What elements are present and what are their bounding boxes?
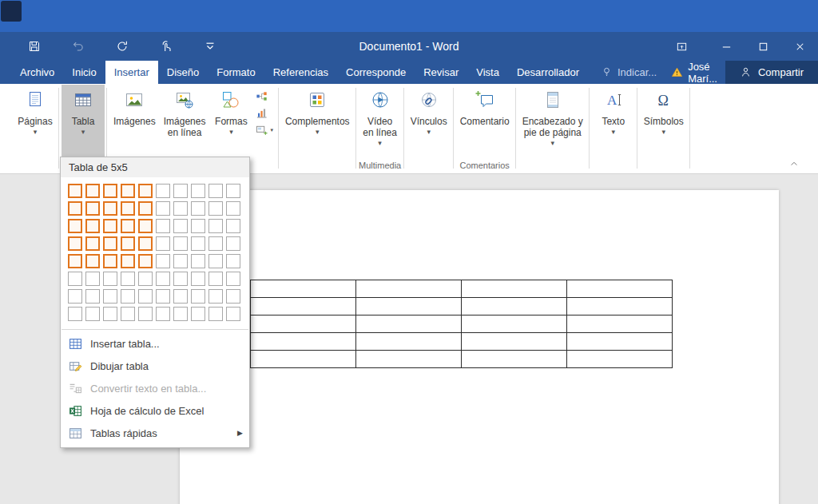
tab-diseño[interactable]: Diseño — [158, 61, 208, 84]
table-grid-cell-6x10[interactable] — [226, 272, 240, 286]
close-button[interactable] — [781, 32, 818, 61]
menu-item-dibujar-tabla[interactable]: Dibujar tabla — [61, 355, 249, 377]
customize-quick-access-button[interactable] — [203, 39, 217, 54]
table-grid-cell-2x10[interactable] — [226, 201, 240, 216]
table-grid-cell-4x5[interactable] — [138, 236, 153, 251]
table-grid-cell-1x3[interactable] — [103, 184, 117, 198]
table-grid-cell-3x4[interactable] — [121, 219, 135, 233]
ribbon-button-imagenes-en-linea[interactable]: Imágenesen línea — [160, 85, 210, 160]
table-grid-cell-5x4[interactable] — [121, 254, 135, 268]
ribbon-button-encabezado-y-pie-de-pagina[interactable]: Encabezado ypie de página▾ — [518, 85, 587, 160]
table-grid-cell-8x10[interactable] — [226, 307, 240, 321]
table-grid-cell-7x3[interactable] — [103, 289, 117, 304]
table-grid-cell-4x3[interactable] — [103, 236, 117, 251]
collapse-ribbon-button[interactable] — [789, 159, 799, 169]
table-grid-cell-5x1[interactable] — [68, 254, 82, 268]
table-grid-cell-2x5[interactable] — [138, 201, 153, 216]
table-grid-cell-8x4[interactable] — [121, 307, 135, 321]
table-grid-cell-6x1[interactable] — [68, 272, 82, 286]
table-grid-cell-5x6[interactable] — [156, 254, 170, 268]
screenshot-button[interactable]: ▾ — [256, 124, 273, 136]
maximize-button[interactable] — [745, 32, 781, 61]
table-grid-cell-1x6[interactable] — [156, 184, 170, 198]
ribbon-button-formas[interactable]: Formas▾ — [209, 85, 252, 160]
table-grid-cell-7x8[interactable] — [191, 289, 205, 304]
save-button[interactable] — [27, 39, 42, 54]
ribbon-button-paginas[interactable]: Páginas▾ — [14, 85, 57, 160]
table-grid-cell-8x3[interactable] — [103, 307, 117, 321]
table-grid-cell-3x8[interactable] — [191, 219, 205, 233]
ribbon-button-video-en-linea[interactable]: Vídeoen línea▾ — [359, 85, 402, 160]
table-grid-cell-2x6[interactable] — [156, 201, 170, 216]
table-grid-cell-5x7[interactable] — [173, 254, 188, 268]
table-grid-cell-3x1[interactable] — [68, 219, 82, 233]
table-grid-cell-4x10[interactable] — [226, 236, 240, 251]
table-grid-cell-8x5[interactable] — [138, 307, 153, 321]
table-grid-cell-4x1[interactable] — [68, 236, 82, 251]
table-grid-cell-4x8[interactable] — [191, 236, 205, 251]
touch-mouse-mode-button[interactable] — [159, 39, 173, 54]
table-grid-cell-6x4[interactable] — [121, 272, 135, 286]
table-grid-cell-2x4[interactable] — [121, 201, 135, 216]
table-grid-cell-2x9[interactable] — [208, 201, 223, 216]
table-grid-cell-1x2[interactable] — [85, 184, 100, 198]
table-grid-cell-6x7[interactable] — [173, 272, 188, 286]
table-grid-cell-6x8[interactable] — [191, 272, 205, 286]
table-grid-cell-7x5[interactable] — [138, 289, 153, 304]
table-grid-cell-7x2[interactable] — [85, 289, 100, 304]
table-grid-cell-1x9[interactable] — [208, 184, 223, 198]
tab-vista[interactable]: Vista — [467, 61, 508, 84]
tab-inicio[interactable]: Inicio — [63, 61, 105, 84]
ribbon-button-comentario[interactable]: Comentario — [456, 85, 514, 160]
table-grid-cell-5x3[interactable] — [103, 254, 117, 268]
table-grid-cell-4x2[interactable] — [85, 236, 100, 251]
table-grid-cell-7x4[interactable] — [121, 289, 135, 304]
user-account[interactable]: José Marí... — [663, 61, 725, 84]
table-grid-cell-8x1[interactable] — [68, 307, 82, 321]
table-grid-cell-7x1[interactable] — [68, 289, 82, 304]
table-grid-cell-4x6[interactable] — [156, 236, 170, 251]
table-grid-cell-8x9[interactable] — [208, 307, 223, 321]
table-grid-cell-3x6[interactable] — [156, 219, 170, 233]
ribbon-button-texto[interactable]: ATexto▾ — [592, 85, 635, 160]
ribbon-display-options-button[interactable] — [668, 32, 695, 61]
table-grid-cell-1x5[interactable] — [138, 184, 153, 198]
undo-button[interactable] — [71, 39, 85, 54]
table-grid-cell-8x6[interactable] — [156, 307, 170, 321]
table-grid-cell-2x8[interactable] — [191, 201, 205, 216]
smartart-button[interactable] — [256, 90, 273, 102]
chart-button[interactable] — [256, 107, 273, 119]
tell-me-box[interactable]: Indicar... — [594, 61, 663, 84]
table-grid-cell-6x9[interactable] — [208, 272, 223, 286]
table-grid-cell-8x7[interactable] — [173, 307, 188, 321]
table-grid-cell-6x2[interactable] — [85, 272, 100, 286]
table-grid-cell-5x9[interactable] — [208, 254, 223, 268]
table-grid-cell-6x6[interactable] — [156, 272, 170, 286]
share-button[interactable]: Compartir — [725, 61, 818, 84]
table-grid-cell-1x4[interactable] — [121, 184, 135, 198]
ribbon-button-imagenes[interactable]: Imágenes — [109, 85, 160, 160]
table-grid-cell-8x8[interactable] — [191, 307, 205, 321]
table-grid-cell-7x9[interactable] — [208, 289, 223, 304]
tab-referencias[interactable]: Referencias — [264, 61, 337, 84]
table-grid-cell-7x10[interactable] — [226, 289, 240, 304]
tab-revisar[interactable]: Revisar — [415, 61, 467, 84]
table-grid-cell-2x1[interactable] — [68, 201, 82, 216]
table-grid-cell-3x9[interactable] — [208, 219, 223, 233]
table-grid-cell-2x2[interactable] — [85, 201, 100, 216]
table-grid-cell-1x1[interactable] — [68, 184, 82, 198]
ribbon-button-tabla[interactable]: Tabla▾ — [62, 85, 105, 160]
table-grid-cell-4x7[interactable] — [173, 236, 188, 251]
tab-insertar[interactable]: Insertar — [105, 61, 158, 84]
table-grid-cell-1x7[interactable] — [173, 184, 188, 198]
table-grid-cell-3x2[interactable] — [85, 219, 100, 233]
menu-item-hoja-de-cálculo-de-excel[interactable]: Hoja de cálculo de Excel — [61, 399, 249, 422]
table-grid-cell-3x3[interactable] — [103, 219, 117, 233]
table-grid-cell-1x10[interactable] — [226, 184, 240, 198]
ribbon-button-complementos[interactable]: Complementos▾ — [281, 85, 354, 160]
redo-button[interactable] — [115, 39, 129, 54]
table-grid-cell-5x10[interactable] — [226, 254, 240, 268]
tab-archivo[interactable]: Archivo — [11, 61, 63, 84]
menu-item-tablas-rápidas[interactable]: Tablas rápidas▶ — [61, 422, 249, 444]
table-grid-cell-4x9[interactable] — [208, 236, 223, 251]
